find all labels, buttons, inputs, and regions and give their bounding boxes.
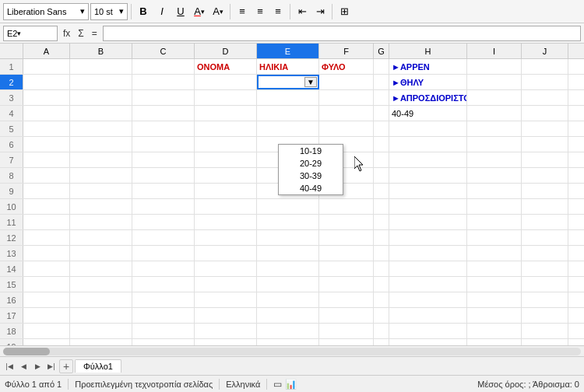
indent-group: ⇤ ⇥ bbox=[294, 3, 329, 20]
dropdown-item-0[interactable]: 10-19 bbox=[279, 145, 343, 157]
table-row: 18 bbox=[0, 324, 584, 339]
cell-a2[interactable] bbox=[23, 75, 70, 89]
cell-h4[interactable]: 40-49 bbox=[389, 106, 467, 121]
equals-button[interactable]: = bbox=[90, 28, 100, 39]
cell-d3[interactable] bbox=[195, 90, 257, 105]
cell-i4[interactable] bbox=[467, 106, 522, 121]
highlight-button[interactable]: A ▾ bbox=[209, 3, 227, 20]
table-row: 17 bbox=[0, 308, 584, 324]
col-header-h[interactable]: H bbox=[389, 44, 467, 58]
cell-j2[interactable] bbox=[522, 75, 568, 89]
dropdown-arrow-icon[interactable]: ▼ bbox=[304, 77, 317, 87]
font-color-arrow[interactable]: ▾ bbox=[201, 8, 205, 16]
cell-d4[interactable] bbox=[195, 106, 257, 121]
scroll-thumb[interactable] bbox=[3, 348, 50, 355]
cell-reference-box[interactable]: E2 ▾ bbox=[3, 26, 58, 41]
cell-i3[interactable] bbox=[467, 90, 522, 105]
font-color-button[interactable]: A ▾ bbox=[191, 3, 208, 20]
cell-f1[interactable]: ΦΥΛΟ bbox=[319, 59, 374, 74]
sigma-button[interactable]: Σ bbox=[76, 28, 86, 39]
cell-i1[interactable] bbox=[467, 59, 522, 74]
horizontal-scrollbar[interactable] bbox=[0, 345, 584, 356]
font-name-arrow[interactable]: ▾ bbox=[80, 6, 85, 16]
cell-f3[interactable] bbox=[319, 90, 374, 105]
dropdown-item-3[interactable]: 40-49 bbox=[279, 182, 343, 194]
last-sheet-button[interactable]: ▶| bbox=[45, 360, 58, 373]
next-sheet-button[interactable]: ▶ bbox=[31, 360, 44, 373]
cell-e2[interactable]: ▼ bbox=[257, 75, 319, 89]
cell-b1[interactable] bbox=[70, 59, 132, 74]
indent-more-button[interactable]: ⇥ bbox=[311, 3, 329, 20]
table-row: 3 ►ΑΠΡΟΣΔΙΟΡΙΣΤΟ bbox=[0, 90, 584, 106]
cell-h3[interactable]: ►ΑΠΡΟΣΔΙΟΡΙΣΤΟ bbox=[389, 90, 467, 105]
col-header-b[interactable]: B bbox=[70, 44, 132, 58]
dropdown-item-1[interactable]: 20-29 bbox=[279, 157, 343, 170]
cell-d2[interactable] bbox=[195, 75, 257, 89]
fx-button[interactable]: fx bbox=[61, 28, 72, 39]
cell-f2[interactable] bbox=[319, 75, 374, 89]
prev-sheet-button[interactable]: ◀ bbox=[17, 360, 30, 373]
add-sheet-button[interactable]: + bbox=[59, 359, 73, 373]
align-right-button[interactable]: ≡ bbox=[269, 3, 287, 20]
first-sheet-button[interactable]: |◀ bbox=[3, 360, 16, 373]
highlight-arrow[interactable]: ▾ bbox=[220, 8, 223, 16]
cell-b3[interactable] bbox=[70, 90, 132, 105]
col-header-i[interactable]: I bbox=[467, 44, 522, 58]
cell-a4[interactable] bbox=[23, 106, 70, 121]
cell-a1[interactable] bbox=[23, 59, 70, 74]
col-header-a[interactable]: A bbox=[23, 44, 70, 58]
more-options-button[interactable]: ⊞ bbox=[336, 3, 353, 20]
cell-c4[interactable] bbox=[132, 106, 195, 121]
cell-i2[interactable] bbox=[467, 75, 522, 89]
formula-bar: E2 ▾ fx Σ = bbox=[0, 23, 584, 44]
cell-g4[interactable] bbox=[374, 106, 389, 121]
align-left-button[interactable]: ≡ bbox=[234, 3, 251, 20]
sheet-tab-1[interactable]: Φύλλο1 bbox=[75, 359, 121, 373]
col-header-g[interactable]: G bbox=[374, 44, 389, 58]
col-header-d[interactable]: D bbox=[195, 44, 257, 58]
cell-j4[interactable] bbox=[522, 106, 568, 121]
cell-d1[interactable]: ΟΝΟΜΑ bbox=[195, 59, 257, 74]
font-name-dropdown[interactable]: Liberation Sans ▾ bbox=[3, 3, 89, 20]
status-language: Ελληνικά bbox=[226, 380, 260, 389]
table-row: 4 40-49 bbox=[0, 106, 584, 121]
formula-input[interactable] bbox=[103, 26, 581, 41]
cell-f4[interactable] bbox=[319, 106, 374, 121]
col-header-f[interactable]: F bbox=[319, 44, 374, 58]
table-row: 5 bbox=[0, 121, 584, 137]
col-header-e[interactable]: E bbox=[257, 44, 319, 58]
cell-b4[interactable] bbox=[70, 106, 132, 121]
cell-dropdown[interactable]: 10-19 20-29 30-39 40-49 bbox=[278, 144, 343, 195]
cell-c2[interactable] bbox=[132, 75, 195, 89]
italic-button[interactable]: I bbox=[153, 3, 171, 20]
status-icon-1: ▭ bbox=[273, 379, 282, 390]
cell-c3[interactable] bbox=[132, 90, 195, 105]
cell-h2[interactable]: ►ΘΗΛΥ bbox=[389, 75, 467, 89]
toolbar: Liberation Sans ▾ 10 st ▾ B I U A ▾ A ▾ … bbox=[0, 0, 584, 23]
cell-g1[interactable] bbox=[374, 59, 389, 74]
cell-e4[interactable] bbox=[257, 106, 319, 121]
cell-c1[interactable] bbox=[132, 59, 195, 74]
font-size-dropdown[interactable]: 10 st ▾ bbox=[90, 3, 128, 20]
cell-h1[interactable]: ►ΑΡΡΕΝ bbox=[389, 59, 467, 74]
cell-e3[interactable] bbox=[257, 90, 319, 105]
align-center-button[interactable]: ≡ bbox=[252, 3, 269, 20]
cell-ref-arrow[interactable]: ▾ bbox=[17, 30, 21, 37]
col-header-j[interactable]: J bbox=[522, 44, 568, 58]
table-row: 11 bbox=[0, 215, 584, 230]
cell-g3[interactable] bbox=[374, 90, 389, 105]
font-size-arrow[interactable]: ▾ bbox=[119, 6, 124, 16]
cell-a3[interactable] bbox=[23, 90, 70, 105]
cell-j3[interactable] bbox=[522, 90, 568, 105]
cell-b2[interactable] bbox=[70, 75, 132, 89]
indent-less-button[interactable]: ⇤ bbox=[294, 3, 311, 20]
table-row: 19 bbox=[0, 339, 584, 345]
bold-button[interactable]: B bbox=[135, 3, 152, 20]
cell-e1[interactable]: ΗΛΙΚΙΑ bbox=[257, 59, 319, 74]
cell-j1[interactable] bbox=[522, 59, 568, 74]
underline-button[interactable]: U bbox=[172, 3, 189, 20]
column-headers: A B C D E F G H I J bbox=[0, 44, 584, 59]
col-header-c[interactable]: C bbox=[132, 44, 195, 58]
dropdown-item-2[interactable]: 30-39 bbox=[279, 170, 343, 182]
cell-g2[interactable] bbox=[374, 75, 389, 89]
